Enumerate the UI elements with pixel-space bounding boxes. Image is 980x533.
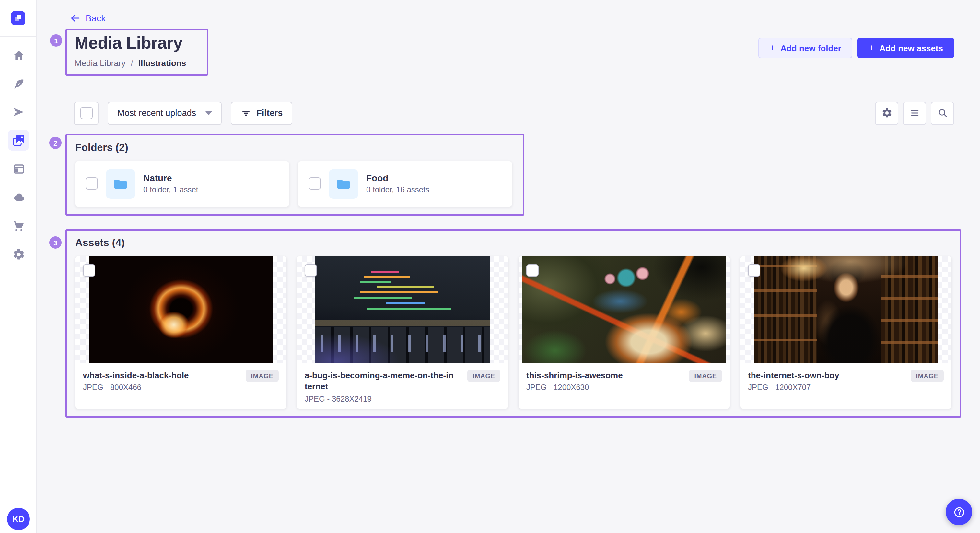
sidebar-item-home[interactable] — [8, 45, 29, 66]
breadcrumb: Media Library / Illustrations — [75, 58, 199, 68]
sidebar-item-media-library[interactable] — [8, 130, 29, 151]
black-hole-photo — [89, 257, 272, 363]
sidebar-item-settings[interactable] — [8, 244, 29, 265]
breadcrumb-parent[interactable]: Media Library — [75, 58, 126, 68]
folder-meta: 0 folder, 16 assets — [366, 186, 430, 195]
back-arrow-icon — [70, 13, 80, 23]
search-button[interactable] — [931, 102, 954, 125]
asset-card-internets-own-boy[interactable]: the-internet-s-own-boy JPEG - 1200X707 I… — [740, 257, 951, 409]
asset-thumbnail — [740, 257, 951, 363]
asset-type-badge: IMAGE — [467, 370, 500, 382]
folder-icon — [113, 176, 128, 192]
folder-meta: 0 folder, 1 asset — [143, 186, 198, 195]
folder-checkbox[interactable] — [86, 178, 98, 190]
list-icon — [909, 108, 920, 119]
breadcrumb-separator: / — [131, 58, 133, 68]
folder-checkbox[interactable] — [309, 178, 321, 190]
folders-heading: Folders (2) — [75, 142, 515, 154]
annotation-badge-3: 3 — [49, 236, 62, 249]
asset-card-black-hole[interactable]: what-s-inside-a-black-hole JPEG - 800X46… — [75, 257, 286, 409]
folder-name: Nature — [143, 173, 198, 184]
page-title: Media Library — [75, 32, 199, 54]
sidebar-item-content-type-builder[interactable] — [8, 158, 29, 179]
asset-card-shrimp[interactable]: this-shrimp-is-awesome JPEG - 1200X630 I… — [519, 257, 730, 409]
asset-checkbox[interactable] — [305, 264, 317, 276]
sidebar-item-content-manager[interactable] — [8, 73, 29, 95]
main-content: 1 2 3 Back Media Library Media Library /… — [37, 0, 980, 533]
library-portrait-photo — [754, 257, 937, 363]
asset-thumbnail — [297, 257, 508, 363]
asset-type-badge: IMAGE — [911, 370, 944, 382]
filters-label: Filters — [256, 108, 283, 118]
list-view-button[interactable] — [903, 102, 926, 125]
asset-info: the-internet-s-own-boy JPEG - 1200X707 I… — [740, 363, 951, 399]
cog-icon — [881, 108, 892, 119]
asset-type-badge: IMAGE — [246, 370, 279, 382]
app-window: KD 1 2 3 Back Media Library Media Librar… — [0, 0, 980, 533]
asset-meta: JPEG - 1200X707 — [748, 383, 944, 392]
asset-thumbnail — [75, 257, 286, 363]
add-new-assets-button[interactable]: + Add new assets — [858, 38, 954, 58]
sidebar-item-deploy[interactable] — [8, 187, 29, 208]
sidebar-item-marketplace[interactable] — [8, 215, 29, 236]
toolbar: Most recent uploads Filters — [74, 102, 954, 125]
header-actions: + Add new folder + Add new assets — [759, 38, 954, 58]
folder-card-nature[interactable]: Nature 0 folder, 1 asset — [75, 161, 289, 206]
folder-card-food[interactable]: Food 0 folder, 16 assets — [298, 161, 512, 206]
asset-name: what-s-inside-a-black-hole — [83, 370, 232, 381]
configure-view-button[interactable] — [875, 102, 898, 125]
folder-texts: Nature 0 folder, 1 asset — [143, 173, 198, 195]
pen-feather-icon — [12, 78, 25, 90]
folder-tile — [106, 169, 135, 199]
assets-heading: Assets (4) — [75, 237, 951, 249]
asset-name: this-shrimp-is-awesome — [526, 370, 675, 381]
asset-checkbox[interactable] — [526, 264, 539, 276]
asset-meta: JPEG - 1200X630 — [526, 383, 722, 392]
media-pictures-icon — [11, 133, 25, 148]
asset-info: what-s-inside-a-black-hole JPEG - 800X46… — [75, 363, 286, 399]
cloud-icon — [12, 191, 25, 204]
add-new-folder-button[interactable]: + Add new folder — [759, 38, 852, 58]
strapi-logo[interactable] — [11, 11, 25, 25]
asset-meta: JPEG - 3628X2419 — [305, 394, 500, 403]
sort-dropdown[interactable]: Most recent uploads — [108, 102, 221, 125]
asset-thumbnail — [519, 257, 730, 363]
back-link[interactable]: Back — [70, 13, 106, 23]
filters-button[interactable]: Filters — [231, 102, 292, 125]
folder-texts: Food 0 folder, 16 assets — [366, 173, 430, 195]
add-new-folder-label: Add new folder — [780, 43, 841, 53]
breadcrumb-current: Illustrations — [138, 58, 186, 68]
assets-annotated-region: Assets (4) what-s-inside-a-black-hole JP… — [65, 229, 961, 418]
laptop-code-photo — [315, 257, 490, 363]
annotation-badge-1: 1 — [50, 34, 62, 47]
select-all-checkbox[interactable] — [74, 102, 99, 125]
folders-annotated-region: Folders (2) Nature 0 folder, 1 asset — [65, 134, 524, 216]
back-label: Back — [86, 13, 106, 23]
sidebar-divider — [0, 36, 37, 37]
plus-icon: + — [770, 43, 775, 52]
asset-card-bug-meme[interactable]: a-bug-is-becoming-a-meme-on-the-internet… — [297, 257, 508, 409]
sidebar: KD — [0, 0, 37, 533]
sort-dropdown-value: Most recent uploads — [117, 108, 196, 118]
help-question-icon — [953, 506, 966, 519]
asset-checkbox[interactable] — [748, 264, 760, 276]
folder-icon — [336, 176, 351, 192]
view-controls — [875, 102, 954, 125]
gear-icon — [12, 248, 25, 261]
search-icon — [937, 108, 948, 119]
add-new-assets-label: Add new assets — [879, 43, 943, 53]
asset-checkbox[interactable] — [83, 264, 95, 276]
help-button[interactable] — [946, 499, 972, 525]
folders-row: Nature 0 folder, 1 asset Food 0 folder, … — [75, 161, 515, 206]
paper-plane-icon — [12, 105, 25, 118]
assets-grid: what-s-inside-a-black-hole JPEG - 800X46… — [75, 257, 951, 409]
chevron-down-icon — [205, 111, 212, 115]
folder-name: Food — [366, 173, 430, 184]
asset-name: a-bug-is-becoming-a-meme-on-the-internet — [305, 370, 454, 392]
sidebar-item-releases[interactable] — [8, 101, 29, 122]
user-avatar[interactable]: KD — [7, 508, 30, 530]
folder-tile — [329, 169, 358, 199]
mantis-shrimp-photo — [522, 257, 726, 363]
checkbox-box — [80, 107, 92, 119]
shopping-cart-icon — [12, 219, 25, 232]
